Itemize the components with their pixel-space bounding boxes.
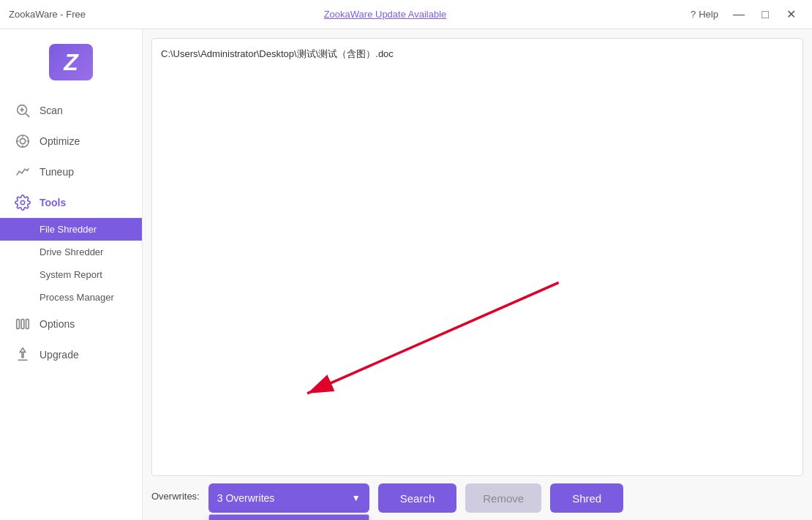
logo-area: Z — [0, 37, 142, 95]
main-layout: Z Scan — [0, 29, 812, 520]
dropdown-selected-value: 3 Overwrites — [217, 492, 275, 504]
sidebar-label-options: Options — [40, 318, 75, 330]
chevron-down-icon: ▼ — [352, 493, 361, 503]
dropdown-menu: 3 Overwrites 7 Overwrites 35 Overwrites — [208, 514, 369, 520]
search-button[interactable]: Search — [378, 483, 457, 513]
submenu-file-shredder[interactable]: File Shredder — [0, 218, 142, 241]
titlebar-controls: ? Help — □ ✕ — [685, 4, 803, 25]
file-path: C:\Users\Administrator\Desktop\测试\测试（含图）… — [161, 48, 794, 61]
svg-point-5 — [20, 138, 25, 143]
sidebar-item-optimize[interactable]: Optimize — [0, 126, 142, 157]
options-icon — [15, 316, 31, 332]
app-logo: Z — [49, 44, 93, 80]
content-area: C:\Users\Administrator\Desktop\测试\测试（含图）… — [143, 29, 812, 520]
bottom-bar: Overwrites: 3 Overwrites ▼ 3 Overwrites … — [143, 476, 812, 520]
sidebar-item-tools[interactable]: Tools — [0, 187, 142, 218]
help-label: Help — [699, 9, 718, 20]
update-notice[interactable]: ZookaWare Update Available — [324, 9, 447, 20]
help-button[interactable]: ? Help — [685, 6, 724, 23]
sidebar-label-tools: Tools — [40, 197, 66, 208]
annotation-arrow — [152, 39, 802, 415]
minimize-button[interactable]: — — [727, 4, 751, 25]
tuneup-icon — [15, 164, 31, 180]
svg-rect-13 — [26, 320, 29, 329]
sidebar: Z Scan — [0, 29, 143, 520]
svg-line-1 — [26, 113, 29, 117]
overwrites-dropdown-container: 3 Overwrites ▼ 3 Overwrites 7 Overwrites… — [208, 483, 369, 513]
overwrites-dropdown[interactable]: 3 Overwrites ▼ — [208, 483, 369, 513]
file-list-area: C:\Users\Administrator\Desktop\测试\测试（含图）… — [151, 38, 803, 476]
svg-point-10 — [20, 200, 25, 205]
close-button[interactable]: ✕ — [780, 4, 803, 25]
upgrade-icon — [15, 347, 31, 363]
tools-submenu: File Shredder Drive Shredder System Repo… — [0, 218, 142, 309]
optimize-icon — [15, 133, 31, 149]
submenu-process-manager[interactable]: Process Manager — [0, 286, 142, 309]
tools-icon — [15, 195, 31, 211]
submenu-system-report[interactable]: System Report — [0, 263, 142, 286]
svg-rect-12 — [21, 320, 24, 329]
sidebar-item-options[interactable]: Options — [0, 309, 142, 339]
sidebar-label-tuneup: Tuneup — [40, 166, 74, 178]
svg-rect-11 — [17, 320, 20, 329]
sidebar-label-upgrade: Upgrade — [40, 349, 79, 361]
sidebar-label-optimize: Optimize — [40, 135, 80, 147]
dropdown-option-3[interactable]: 3 Overwrites — [209, 515, 369, 520]
shred-button[interactable]: Shred — [550, 483, 623, 513]
sidebar-label-scan: Scan — [40, 105, 63, 116]
submenu-drive-shredder[interactable]: Drive Shredder — [0, 241, 142, 263]
help-icon: ? — [691, 9, 696, 20]
sidebar-item-tuneup[interactable]: Tuneup — [0, 157, 142, 187]
sidebar-item-upgrade[interactable]: Upgrade — [0, 339, 142, 370]
svg-line-15 — [307, 282, 558, 393]
sidebar-item-scan[interactable]: Scan — [0, 95, 142, 126]
scan-icon — [15, 102, 31, 118]
app-title: ZookaWare - Free — [9, 9, 86, 20]
maximize-button[interactable]: □ — [753, 4, 777, 25]
overwrites-label: Overwrites: — [151, 483, 200, 502]
remove-button: Remove — [465, 483, 541, 513]
titlebar: ZookaWare - Free ZookaWare Update Availa… — [0, 0, 812, 29]
